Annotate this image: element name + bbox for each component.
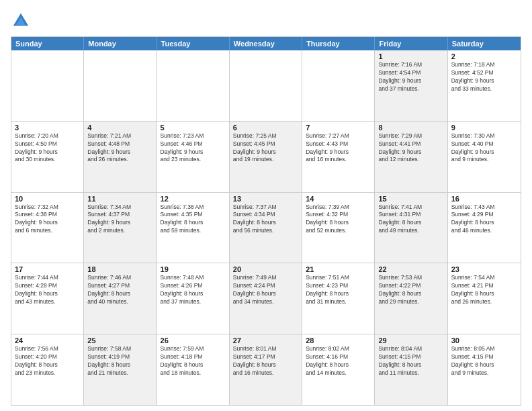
logo-icon xyxy=(11,11,31,31)
day-info: Sunrise: 7:43 AM Sunset: 4:29 PM Dayligh… xyxy=(451,203,517,236)
calendar-cell: 23Sunrise: 7:54 AM Sunset: 4:21 PM Dayli… xyxy=(448,263,521,334)
calendar-header-day: Tuesday xyxy=(157,37,230,50)
day-number: 15 xyxy=(378,195,443,203)
day-number: 16 xyxy=(451,195,517,203)
day-number: 19 xyxy=(161,265,226,273)
calendar-cell: 4Sunrise: 7:21 AM Sunset: 4:48 PM Daylig… xyxy=(84,122,157,192)
calendar-cell: 14Sunrise: 7:39 AM Sunset: 4:32 PM Dayli… xyxy=(302,193,375,263)
day-info: Sunrise: 7:53 AM Sunset: 4:22 PM Dayligh… xyxy=(378,274,443,306)
calendar-cell: 26Sunrise: 7:59 AM Sunset: 4:18 PM Dayli… xyxy=(157,334,230,405)
day-number: 11 xyxy=(87,195,152,203)
calendar-cell: 7Sunrise: 7:27 AM Sunset: 4:43 PM Daylig… xyxy=(302,122,375,192)
calendar-cell: 20Sunrise: 7:49 AM Sunset: 4:24 PM Dayli… xyxy=(230,263,302,334)
day-info: Sunrise: 8:02 AM Sunset: 4:16 PM Dayligh… xyxy=(306,345,371,377)
day-info: Sunrise: 7:36 AM Sunset: 4:35 PM Dayligh… xyxy=(161,203,226,236)
day-number: 28 xyxy=(306,336,371,345)
calendar-cell xyxy=(302,50,375,121)
calendar-cell xyxy=(84,50,157,121)
day-number: 26 xyxy=(161,336,226,345)
calendar-cell: 17Sunrise: 7:44 AM Sunset: 4:28 PM Dayli… xyxy=(11,263,84,334)
calendar-cell: 9Sunrise: 7:30 AM Sunset: 4:40 PM Daylig… xyxy=(448,122,521,192)
day-number: 6 xyxy=(233,124,298,132)
calendar-cell: 24Sunrise: 7:56 AM Sunset: 4:20 PM Dayli… xyxy=(11,334,84,405)
calendar-cell: 16Sunrise: 7:43 AM Sunset: 4:29 PM Dayli… xyxy=(448,193,521,263)
day-info: Sunrise: 7:18 AM Sunset: 4:52 PM Dayligh… xyxy=(451,61,517,93)
day-info: Sunrise: 7:49 AM Sunset: 4:24 PM Dayligh… xyxy=(233,274,298,306)
calendar-cell: 21Sunrise: 7:51 AM Sunset: 4:23 PM Dayli… xyxy=(302,263,375,334)
calendar-cell: 29Sunrise: 8:04 AM Sunset: 4:15 PM Dayli… xyxy=(375,334,447,405)
day-number: 13 xyxy=(233,195,298,203)
calendar-cell: 15Sunrise: 7:41 AM Sunset: 4:31 PM Dayli… xyxy=(375,193,447,263)
calendar-cell: 19Sunrise: 7:48 AM Sunset: 4:26 PM Dayli… xyxy=(157,263,230,334)
calendar-header-day: Monday xyxy=(84,37,157,50)
day-number: 12 xyxy=(161,195,226,203)
calendar-cell: 6Sunrise: 7:25 AM Sunset: 4:45 PM Daylig… xyxy=(230,122,302,192)
calendar-cell: 11Sunrise: 7:34 AM Sunset: 4:37 PM Dayli… xyxy=(84,193,157,263)
day-number: 10 xyxy=(15,195,80,203)
day-info: Sunrise: 7:58 AM Sunset: 4:19 PM Dayligh… xyxy=(87,345,152,377)
calendar-cell xyxy=(157,50,230,121)
calendar: SundayMondayTuesdayWednesdayThursdayFrid… xyxy=(11,36,521,406)
day-number: 5 xyxy=(161,124,226,132)
header xyxy=(11,11,521,31)
day-number: 27 xyxy=(233,336,298,345)
calendar-header-day: Wednesday xyxy=(230,37,302,50)
day-info: Sunrise: 7:32 AM Sunset: 4:38 PM Dayligh… xyxy=(15,203,80,236)
logo xyxy=(11,11,34,31)
day-info: Sunrise: 7:37 AM Sunset: 4:34 PM Dayligh… xyxy=(233,203,298,236)
day-number: 1 xyxy=(378,52,443,60)
calendar-row: 10Sunrise: 7:32 AM Sunset: 4:38 PM Dayli… xyxy=(11,192,521,263)
day-number: 8 xyxy=(378,124,443,132)
calendar-cell: 3Sunrise: 7:20 AM Sunset: 4:50 PM Daylig… xyxy=(11,122,84,192)
day-number: 9 xyxy=(451,124,517,132)
day-info: Sunrise: 7:48 AM Sunset: 4:26 PM Dayligh… xyxy=(161,274,226,306)
day-number: 29 xyxy=(378,336,443,345)
day-info: Sunrise: 7:20 AM Sunset: 4:50 PM Dayligh… xyxy=(15,132,80,165)
calendar-cell: 18Sunrise: 7:46 AM Sunset: 4:27 PM Dayli… xyxy=(84,263,157,334)
day-info: Sunrise: 7:16 AM Sunset: 4:54 PM Dayligh… xyxy=(378,61,443,93)
calendar-row: 3Sunrise: 7:20 AM Sunset: 4:50 PM Daylig… xyxy=(11,121,521,192)
day-number: 4 xyxy=(87,124,152,132)
calendar-cell: 30Sunrise: 8:05 AM Sunset: 4:15 PM Dayli… xyxy=(448,334,521,405)
day-number: 20 xyxy=(233,265,298,273)
calendar-row: 24Sunrise: 7:56 AM Sunset: 4:20 PM Dayli… xyxy=(11,334,521,405)
day-info: Sunrise: 7:51 AM Sunset: 4:23 PM Dayligh… xyxy=(306,274,371,306)
day-info: Sunrise: 7:23 AM Sunset: 4:46 PM Dayligh… xyxy=(161,132,226,165)
calendar-cell xyxy=(11,50,84,121)
calendar-cell: 1Sunrise: 7:16 AM Sunset: 4:54 PM Daylig… xyxy=(375,50,447,121)
calendar-cell: 2Sunrise: 7:18 AM Sunset: 4:52 PM Daylig… xyxy=(448,50,521,121)
day-number: 7 xyxy=(306,124,371,132)
day-number: 18 xyxy=(87,265,152,273)
day-number: 23 xyxy=(451,265,517,273)
day-number: 30 xyxy=(451,336,517,345)
calendar-row: 1Sunrise: 7:16 AM Sunset: 4:54 PM Daylig… xyxy=(11,50,521,121)
day-info: Sunrise: 7:41 AM Sunset: 4:31 PM Dayligh… xyxy=(378,203,443,236)
calendar-cell: 22Sunrise: 7:53 AM Sunset: 4:22 PM Dayli… xyxy=(375,263,447,334)
calendar-cell: 27Sunrise: 8:01 AM Sunset: 4:17 PM Dayli… xyxy=(230,334,302,405)
day-info: Sunrise: 7:27 AM Sunset: 4:43 PM Dayligh… xyxy=(306,132,371,165)
calendar-body: 1Sunrise: 7:16 AM Sunset: 4:54 PM Daylig… xyxy=(11,50,521,405)
day-number: 2 xyxy=(451,52,517,60)
day-number: 17 xyxy=(15,265,80,273)
day-number: 22 xyxy=(378,265,443,273)
calendar-cell: 12Sunrise: 7:36 AM Sunset: 4:35 PM Dayli… xyxy=(157,193,230,263)
day-info: Sunrise: 7:56 AM Sunset: 4:20 PM Dayligh… xyxy=(15,345,80,377)
calendar-cell: 28Sunrise: 8:02 AM Sunset: 4:16 PM Dayli… xyxy=(302,334,375,405)
calendar-cell: 10Sunrise: 7:32 AM Sunset: 4:38 PM Dayli… xyxy=(11,193,84,263)
day-info: Sunrise: 7:39 AM Sunset: 4:32 PM Dayligh… xyxy=(306,203,371,236)
calendar-header-day: Sunday xyxy=(11,37,84,50)
day-info: Sunrise: 7:21 AM Sunset: 4:48 PM Dayligh… xyxy=(87,132,152,165)
day-info: Sunrise: 7:29 AM Sunset: 4:41 PM Dayligh… xyxy=(378,132,443,165)
day-number: 14 xyxy=(306,195,371,203)
day-info: Sunrise: 7:34 AM Sunset: 4:37 PM Dayligh… xyxy=(87,203,152,236)
day-number: 3 xyxy=(15,124,80,132)
day-info: Sunrise: 8:05 AM Sunset: 4:15 PM Dayligh… xyxy=(451,345,517,377)
calendar-cell xyxy=(230,50,302,121)
calendar-cell: 25Sunrise: 7:58 AM Sunset: 4:19 PM Dayli… xyxy=(84,334,157,405)
day-info: Sunrise: 7:30 AM Sunset: 4:40 PM Dayligh… xyxy=(451,132,517,165)
day-number: 24 xyxy=(15,336,80,345)
calendar-cell: 8Sunrise: 7:29 AM Sunset: 4:41 PM Daylig… xyxy=(375,122,447,192)
day-number: 21 xyxy=(306,265,371,273)
calendar-cell: 13Sunrise: 7:37 AM Sunset: 4:34 PM Dayli… xyxy=(230,193,302,263)
calendar-header-day: Thursday xyxy=(302,37,375,50)
